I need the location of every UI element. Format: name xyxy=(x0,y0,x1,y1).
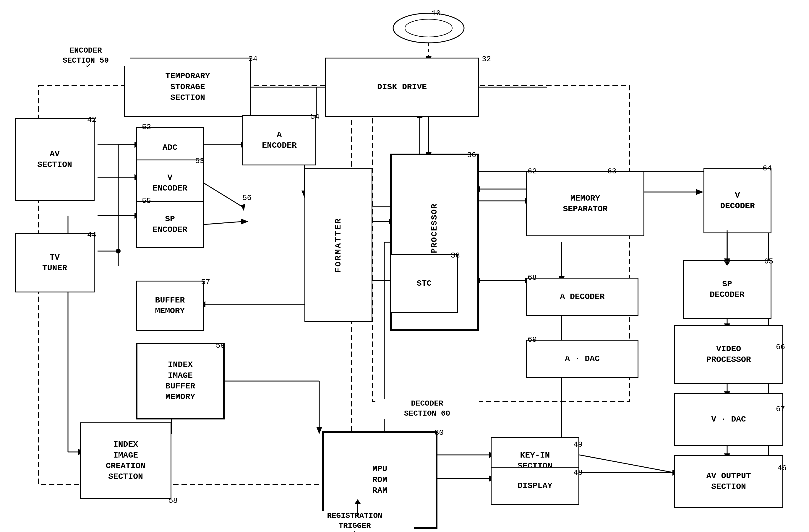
sp-decoder-block: SPDECODER xyxy=(683,260,772,319)
v-encoder-label: VENCODER xyxy=(153,173,187,194)
a-dac-label: A · DAC xyxy=(565,354,600,364)
svg-marker-70 xyxy=(316,427,322,434)
ref-30: 30 xyxy=(434,428,444,437)
display-label: DISPLAY xyxy=(518,481,552,491)
svg-line-27 xyxy=(204,183,242,207)
ref-54: 54 xyxy=(310,112,320,121)
ref-65: 65 xyxy=(764,257,773,266)
encoder-arrow: ↙ xyxy=(86,59,91,70)
svg-marker-93 xyxy=(724,262,730,266)
svg-point-20 xyxy=(116,249,121,253)
index-image-creation-label: INDEXIMAGECREATIONSECTION xyxy=(106,439,145,482)
av-output-block: AV OUTPUTSECTION xyxy=(674,455,783,508)
v-decoder-block: VDECODER xyxy=(704,169,772,233)
video-processor-label: VIDEOPROCESSOR xyxy=(706,344,751,366)
ref-34: 34 xyxy=(248,55,257,64)
av-section-block: AVSECTION xyxy=(15,118,94,201)
svg-line-29 xyxy=(204,221,242,225)
formatter-label: FORMATTER xyxy=(333,217,344,273)
ref-68: 68 xyxy=(528,273,537,282)
ref-48: 48 xyxy=(573,468,583,477)
ref-69: 69 xyxy=(528,335,537,344)
av-output-label: AV OUTPUTSECTION xyxy=(706,471,751,492)
mpu-rom-ram-label: MPUROMRAM xyxy=(373,464,387,496)
sp-encoder-label: SPENCODER xyxy=(153,214,187,235)
stc-label: STC xyxy=(417,278,432,289)
svg-marker-47 xyxy=(696,189,704,195)
v-dac-block: V · DAC xyxy=(674,393,783,446)
index-image-buffer-block: INDEXIMAGEBUFFERMEMORY xyxy=(136,343,225,420)
svg-line-83 xyxy=(579,455,674,473)
ref-64: 64 xyxy=(762,164,772,173)
ref-67: 67 xyxy=(776,405,785,413)
ref-59: 59 xyxy=(216,341,225,350)
index-image-creation-block: INDEXIMAGECREATIONSECTION xyxy=(80,422,171,499)
svg-point-3 xyxy=(405,19,452,37)
disk-drive-block: DISK DRIVE xyxy=(325,58,479,117)
sp-encoder-block: SPENCODER xyxy=(136,201,204,248)
a-dac-block: A · DAC xyxy=(526,340,638,378)
a-encoder-block: AENCODER xyxy=(242,115,316,165)
buffer-memory-label: BUFFERMEMORY xyxy=(155,295,185,317)
ref-44: 44 xyxy=(87,230,96,239)
ref-55: 55 xyxy=(142,196,151,205)
buffer-memory-block: BUFFERMEMORY xyxy=(136,281,204,331)
a-decoder-block: A DECODER xyxy=(526,278,638,316)
ref-46: 46 xyxy=(777,464,787,473)
temp-storage-label: TEMPORARYSTORAGESECTION xyxy=(165,71,210,103)
v-decoder-label: VDECODER xyxy=(720,190,755,212)
ref-32: 32 xyxy=(482,55,491,64)
memory-separator-block: MEMORYSEPARATOR xyxy=(526,171,644,236)
v-dac-label: V · DAC xyxy=(711,414,746,425)
ref-42: 42 xyxy=(87,115,96,124)
memory-separator-label: MEMORYSEPARATOR xyxy=(563,193,607,215)
a-encoder-label: AENCODER xyxy=(262,130,297,151)
svg-marker-30 xyxy=(241,218,248,225)
ref-38: 38 xyxy=(451,251,460,260)
ref-57: 57 xyxy=(201,278,210,286)
temp-storage-block: TEMPORARYSTORAGESECTION xyxy=(124,58,251,117)
stc-block: STC xyxy=(390,254,458,313)
formatter-block: FORMATTER xyxy=(305,169,373,322)
ref-62: 62 xyxy=(528,167,537,176)
decoder-section-label: DECODERSECTION 60 xyxy=(375,399,479,419)
ref-10: 10 xyxy=(432,9,441,18)
svg-marker-28 xyxy=(241,204,245,211)
index-image-buffer-label: INDEXIMAGEBUFFERMEMORY xyxy=(166,359,195,403)
ref-53: 53 xyxy=(195,157,204,165)
display-block: DISPLAY xyxy=(490,467,579,505)
ref-58: 58 xyxy=(169,496,178,505)
tv-tuner-block: TVTUNER xyxy=(15,233,94,292)
sp-decoder-label: SPDECODER xyxy=(710,279,744,300)
ref-63: 63 xyxy=(607,167,617,176)
reg-trigger-arrow xyxy=(349,499,366,517)
disk-drive-label: DISK DRIVE xyxy=(377,82,427,92)
video-processor-block: VIDEOPROCESSOR xyxy=(674,325,783,384)
ref-66: 66 xyxy=(776,343,785,352)
av-section-label: AVSECTION xyxy=(37,149,72,171)
svg-marker-91 xyxy=(355,499,361,504)
a-decoder-label: A DECODER xyxy=(560,291,604,302)
tv-tuner-label: TVTUNER xyxy=(42,252,67,274)
diagram: 10 DISK DRIVE 32 TEMPORARYSTORAGESECTION… xyxy=(0,0,809,532)
adc-label: ADC xyxy=(162,142,177,153)
ref-52: 52 xyxy=(142,123,151,131)
ref-56: 56 xyxy=(242,194,252,202)
svg-point-2 xyxy=(393,13,464,43)
ref-49: 49 xyxy=(573,440,583,449)
ref-36: 36 xyxy=(467,150,476,160)
vdec-spdec-arrow xyxy=(721,230,745,266)
